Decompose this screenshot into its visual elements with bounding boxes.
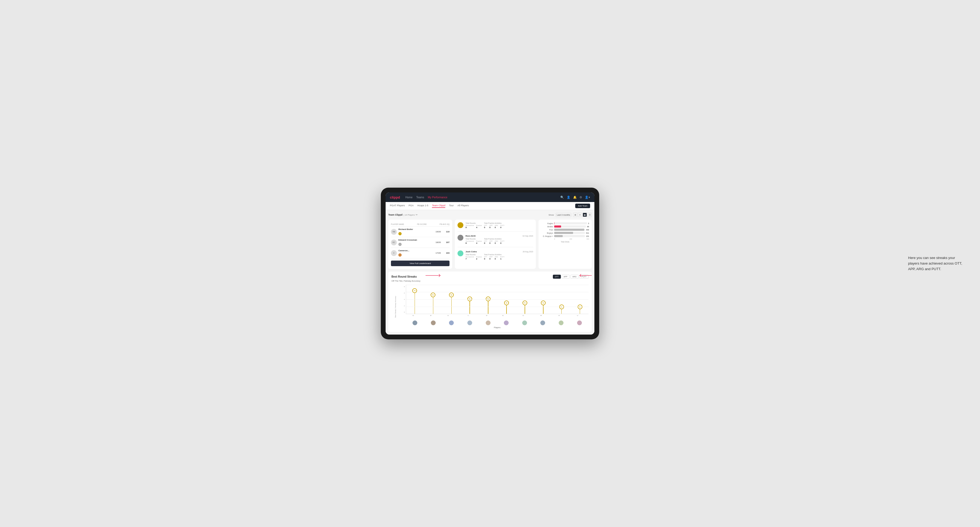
- streak-bar-britt: 5x: [480, 285, 497, 314]
- y-axis-container: Best Streak, Fairway Accuracy: [391, 285, 399, 329]
- dbogeys-label: D. Bogeys +: [541, 235, 553, 237]
- bogeys-value: 311: [586, 232, 589, 234]
- streak-bubble: 4x: [522, 300, 527, 305]
- player-label-miller: M. Miller: [534, 315, 552, 317]
- top-section: PLAYER NAME PB SCORE PB AVG SQ RB Richar…: [388, 220, 592, 269]
- x-marker-0: 0: [554, 238, 555, 240]
- player-avatars-row: [406, 321, 589, 325]
- table-header: PLAYER NAME PB SCORE PB AVG SQ: [391, 222, 450, 227]
- nav-link-home[interactable]: Home: [405, 196, 412, 199]
- player-label-quick: C. Quick: [570, 315, 589, 317]
- card-view-btn[interactable]: ▦: [583, 213, 587, 217]
- player-label-butler: R. Butler: [552, 315, 570, 317]
- avatar: C: [391, 250, 397, 256]
- avatar-miller: [534, 321, 552, 325]
- streak-chart-container: Best Streak, Fairway Accuracy 0 2 4 6 8: [391, 285, 589, 329]
- filter-app-button[interactable]: APP: [562, 275, 570, 279]
- player-score: 18/20: [434, 241, 443, 243]
- sub-nav-pgat[interactable]: PGAT Players: [390, 204, 405, 208]
- streak-bubble: 5x: [467, 297, 472, 301]
- table-row: RB Richard Butler 1 19/20 110: [391, 227, 450, 237]
- list-item: Total Rounds Tournament 8 Practice: [458, 222, 533, 232]
- add-team-button[interactable]: Add Team: [575, 204, 590, 208]
- sub-nav-teamclippd[interactable]: Team Clippd: [432, 204, 445, 208]
- chart-row-dbogeys: D. Bogeys + 131: [541, 235, 589, 237]
- rank-badge: 1: [398, 232, 402, 235]
- player-label-coles: J. Coles: [461, 315, 479, 317]
- player-stat-date: 26 Aug 2023: [523, 251, 533, 252]
- streak-bubble: 6x: [431, 292, 435, 297]
- streak-chart-area: 0 2 4 6 8: [399, 285, 589, 329]
- edit-icon[interactable]: ✏: [416, 213, 418, 216]
- sub-nav-allplayers[interactable]: All Players: [458, 204, 469, 208]
- birdies-fill: [554, 225, 561, 227]
- chart-row-eagles: Eagles 3: [541, 222, 589, 224]
- filter-ott-button[interactable]: OTT: [553, 275, 561, 279]
- y-axis-label: Best Streak, Fairway Accuracy: [395, 296, 396, 317]
- streak-line: [525, 305, 525, 314]
- sub-nav-pga[interactable]: PGA: [409, 204, 414, 208]
- streak-bar-ford: 4x: [516, 285, 533, 314]
- avatar-crossman: [497, 321, 515, 325]
- pars-track: [554, 229, 585, 231]
- dbogeys-value: 131: [586, 235, 589, 237]
- streak-bubble: 7x: [412, 288, 417, 293]
- sub-nav-hcaps[interactable]: Hcaps 1-5: [417, 204, 428, 208]
- hbar-chart: Eagles 3 Birdies 96: [541, 222, 589, 243]
- pars-value: 499: [586, 229, 589, 231]
- annotation-arrow-right: [578, 273, 592, 279]
- streak-line: [415, 293, 415, 314]
- col-player-name: PLAYER NAME: [391, 223, 404, 225]
- streak-bubble: 3x: [559, 305, 564, 309]
- list-item: Rees Britt 02 Sep 2023 Total Rounds Tour…: [458, 235, 533, 247]
- person-icon[interactable]: 👤: [567, 195, 570, 199]
- nav-link-myperformance[interactable]: My Performance: [428, 196, 447, 199]
- player-stat-date: 02 Sep 2023: [522, 235, 533, 237]
- streak-bar-quick: 3x: [571, 285, 589, 314]
- avatar-icon[interactable]: 👤▾: [585, 195, 590, 199]
- table-view-btn[interactable]: ☰: [587, 213, 592, 217]
- dbogeys-fill: [554, 235, 563, 237]
- filter-arg-button[interactable]: ARG: [570, 275, 579, 279]
- y-ticks: 0 2 4 6 8: [399, 285, 405, 314]
- streak-bubble: 4x: [541, 300, 546, 305]
- dbogeys-track: [554, 235, 585, 237]
- player-info: Edward Crossman 2: [398, 239, 434, 246]
- bell-icon[interactable]: 🔔: [573, 195, 577, 199]
- pars-fill: [554, 229, 584, 231]
- settings-icon[interactable]: ⚙: [579, 195, 582, 199]
- bogeys-fill: [554, 232, 573, 234]
- birdies-track: [554, 225, 586, 227]
- x-marker-400: 400: [586, 238, 589, 240]
- leaderboard-card: PLAYER NAME PB SCORE PB AVG SQ RB Richar…: [388, 220, 452, 269]
- nav-bar: clippd Home Teams My Performance 🔍 👤 🔔 ⚙…: [386, 192, 594, 202]
- nav-link-teams[interactable]: Teams: [416, 196, 424, 199]
- view-full-leaderboard-button[interactable]: View Full Leaderboard: [391, 260, 450, 266]
- rounds-group: Total Rounds Tournament 8 Practice: [466, 222, 482, 229]
- player-label-billingham: D. Billingham: [442, 315, 461, 317]
- team-count: | 14 Players: [403, 214, 415, 216]
- stats-card: Total Rounds Tournament 8 Practice: [455, 220, 536, 269]
- chart-row-birdies: Birdies 96: [541, 225, 589, 227]
- player-name: Richard Butler: [398, 228, 434, 230]
- sub-nav-tour[interactable]: Tour: [449, 204, 454, 208]
- chart-x-label: Total Shots: [541, 241, 589, 243]
- birdies-label: Birdies: [541, 226, 553, 227]
- avatar-mcharg: [424, 321, 442, 325]
- practice-group: Total Practice Activities OTT 0 APP: [484, 254, 504, 260]
- grid-view-btn[interactable]: ⊞: [573, 213, 578, 217]
- avatar-ebert: [406, 321, 424, 325]
- annotation-arrow-left: [426, 273, 442, 279]
- player-name: Cameron...: [398, 249, 434, 252]
- streak-line: [580, 309, 580, 314]
- avatar-billingham: [442, 321, 461, 325]
- show-select[interactable]: Last 3 months: [555, 213, 571, 217]
- streak-line: [433, 297, 434, 314]
- search-icon[interactable]: 🔍: [560, 195, 564, 199]
- list-view-btn[interactable]: ≡: [578, 213, 582, 217]
- streak-line: [562, 309, 562, 314]
- streak-line: [451, 297, 452, 314]
- streak-bar-crossman: 4x: [498, 285, 515, 314]
- x-marker-200: 200: [570, 238, 572, 240]
- avatar-coles: [461, 321, 479, 325]
